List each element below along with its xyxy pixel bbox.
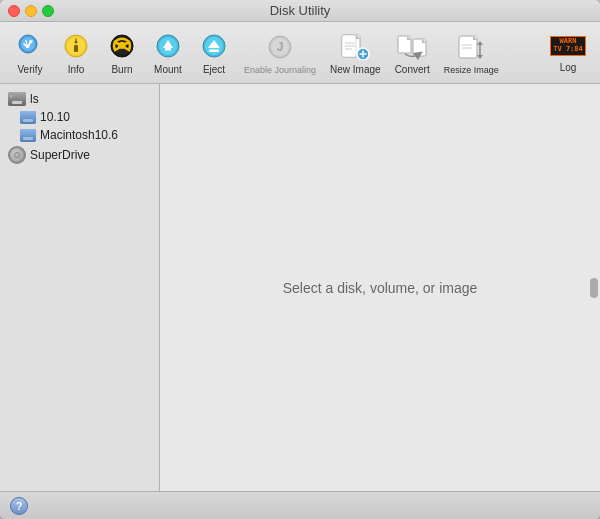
svg-rect-58	[23, 137, 33, 140]
main-content: ls 10.10	[0, 84, 600, 491]
volume-icon-macintosh	[20, 129, 36, 142]
toolbar-mount[interactable]: Mount	[146, 28, 190, 77]
toolbar-log[interactable]: WARNTV 7:84 Log	[544, 30, 592, 75]
volume-label-macintosh: Macintosh10.6	[40, 128, 118, 142]
help-label: ?	[16, 500, 23, 512]
close-button[interactable]	[8, 5, 20, 17]
svg-marker-47	[477, 55, 483, 59]
convert-icon	[396, 30, 428, 62]
info-label: Info	[68, 64, 85, 75]
info-icon: i	[60, 30, 92, 62]
sidebar-item-ls[interactable]: ls	[0, 90, 159, 108]
disk-label: ls	[30, 92, 39, 106]
log-label: Log	[560, 62, 577, 73]
sidebar-item-macintosh[interactable]: Macintosh10.6	[0, 126, 159, 144]
sidebar: ls 10.10	[0, 84, 160, 491]
verify-label: Verify	[17, 64, 42, 75]
svg-point-9	[75, 41, 78, 44]
mount-icon	[152, 30, 184, 62]
disk-icon	[8, 92, 26, 106]
toolbar-verify[interactable]: V Verify	[8, 28, 52, 77]
toolbar-convert[interactable]: Convert	[389, 28, 436, 77]
log-icon: WARNTV 7:84	[550, 32, 586, 60]
burn-label: Burn	[111, 64, 132, 75]
content-placeholder: Select a disk, volume, or image	[283, 280, 478, 296]
disk-utility-window: Disk Utility V Verify i	[0, 0, 600, 519]
journaling-label: Enable Journaling	[244, 65, 316, 75]
svg-point-52	[10, 95, 12, 97]
volume-icon-1010	[20, 111, 36, 124]
burn-icon	[106, 30, 138, 62]
volume-label-1010: 10.10	[40, 110, 70, 124]
minimize-button[interactable]	[25, 5, 37, 17]
resize-image-label: Resize Image	[444, 65, 499, 75]
eject-label: Eject	[203, 64, 225, 75]
window-title: Disk Utility	[270, 3, 331, 18]
footer: ?	[0, 491, 600, 519]
new-image-label: New Image	[330, 64, 381, 75]
svg-rect-54	[20, 111, 36, 124]
toolbar-resize-image[interactable]: Resize Image	[438, 29, 505, 77]
content-panel: Select a disk, volume, or image	[160, 84, 600, 491]
journaling-icon: J	[264, 31, 296, 63]
title-bar: Disk Utility	[0, 0, 600, 22]
superdrive-label: SuperDrive	[30, 148, 90, 162]
svg-rect-16	[165, 48, 171, 51]
help-button[interactable]: ?	[10, 497, 28, 515]
toolbar-new-image[interactable]: New Image	[324, 28, 387, 77]
scroll-indicator[interactable]	[590, 278, 598, 298]
maximize-button[interactable]	[42, 5, 54, 17]
svg-marker-46	[477, 41, 483, 45]
toolbar: V Verify i Info	[0, 22, 600, 84]
resize-image-icon	[455, 31, 487, 63]
convert-label: Convert	[395, 64, 430, 75]
toolbar-eject[interactable]: Eject	[192, 28, 236, 77]
svg-rect-20	[209, 50, 219, 53]
eject-icon	[198, 30, 230, 62]
svg-rect-57	[20, 129, 36, 142]
svg-rect-55	[23, 119, 33, 122]
optical-drive-icon	[8, 146, 26, 164]
traffic-lights	[8, 5, 54, 17]
toolbar-enable-journaling[interactable]: J Enable Journaling	[238, 29, 322, 77]
svg-rect-50	[12, 101, 22, 104]
warning-badge: WARNTV 7:84	[550, 36, 586, 55]
svg-text:J: J	[277, 40, 284, 54]
toolbar-burn[interactable]: Burn	[100, 28, 144, 77]
svg-rect-8	[74, 45, 78, 52]
verify-icon: V	[14, 30, 46, 62]
new-image-icon	[339, 30, 371, 62]
toolbar-info[interactable]: i Info	[54, 28, 98, 77]
sidebar-item-1010[interactable]: 10.10	[0, 108, 159, 126]
mount-label: Mount	[154, 64, 182, 75]
sidebar-item-superdrive[interactable]: SuperDrive	[0, 144, 159, 166]
